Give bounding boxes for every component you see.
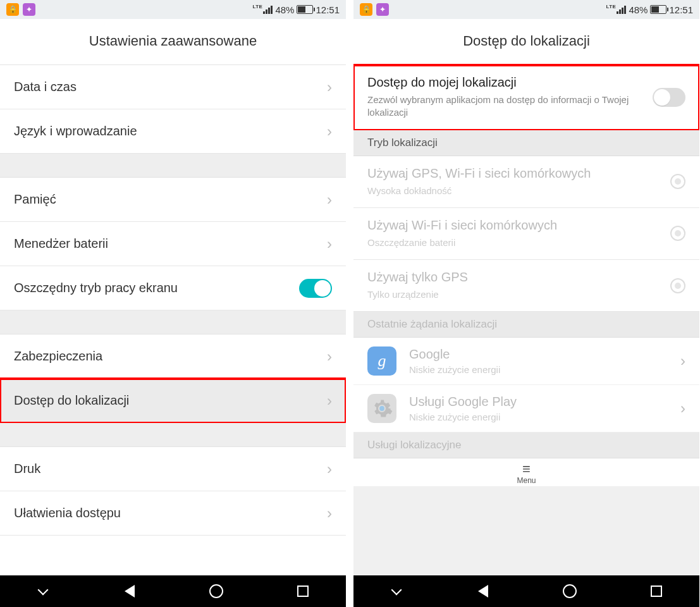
page-title: Dostęp do lokalizacji bbox=[353, 19, 699, 65]
row-battery-manager[interactable]: Menedżer baterii › bbox=[0, 222, 346, 266]
status-icon-app1: 🔒 bbox=[6, 3, 19, 16]
section-gap bbox=[0, 154, 346, 178]
row-location-access[interactable]: Dostęp do lokalizacji › bbox=[0, 379, 346, 423]
row-app-google[interactable]: g Google Niskie zużycie energii › bbox=[353, 338, 699, 385]
status-bar: 🔒 ✦ LTE 48% 12:51 bbox=[0, 0, 346, 19]
clock: 12:51 bbox=[669, 4, 693, 15]
clock: 12:51 bbox=[316, 4, 340, 15]
phone-right: 🔒 ✦ LTE 48% 12:51 Dostęp do lokalizacji … bbox=[353, 0, 699, 607]
hamburger-icon: ≡ bbox=[353, 462, 699, 476]
battery-icon bbox=[650, 5, 666, 14]
row-mode-device-only[interactable]: Używaj tylko GPS Tylko urządzenie bbox=[353, 260, 699, 312]
chevron-right-icon: › bbox=[327, 505, 332, 522]
radio-icon[interactable] bbox=[670, 226, 685, 241]
nav-bar bbox=[0, 575, 346, 607]
svg-point-0 bbox=[379, 406, 384, 411]
row-mode-battery-saving[interactable]: Używaj Wi-Fi i sieci komórkowych Oszczęd… bbox=[353, 208, 699, 260]
chevron-right-icon: › bbox=[327, 123, 332, 140]
menu-label: Menu bbox=[353, 476, 699, 485]
section-gap bbox=[0, 423, 346, 447]
signal-icon bbox=[263, 5, 273, 14]
row-my-location-access[interactable]: Dostęp do mojej lokalizacji Zezwól wybra… bbox=[353, 65, 699, 130]
row-subtitle: Tylko urządzenie bbox=[367, 288, 663, 301]
chevron-right-icon: › bbox=[680, 400, 685, 417]
row-title: Używaj Wi-Fi i sieci komórkowych bbox=[367, 218, 663, 233]
nav-expand-icon[interactable] bbox=[389, 584, 404, 599]
section-recent-requests: Ostatnie żądania lokalizacji bbox=[353, 312, 699, 338]
row-mode-high-accuracy[interactable]: Używaj GPS, Wi-Fi i sieci komórkowych Wy… bbox=[353, 156, 699, 208]
row-accessibility[interactable]: Ułatwienia dostępu › bbox=[0, 491, 346, 536]
row-label: Menedżer baterii bbox=[14, 236, 327, 251]
section-location-services: Usługi lokalizacyjne bbox=[353, 432, 699, 458]
gear-icon bbox=[367, 394, 396, 423]
location-access-toggle[interactable] bbox=[653, 88, 685, 107]
row-label: Data i czas bbox=[14, 80, 327, 94]
status-bar: 🔒 ✦ LTE 48% 12:51 bbox=[353, 0, 699, 19]
nav-home-icon[interactable] bbox=[209, 584, 224, 599]
nav-recent-icon[interactable] bbox=[295, 584, 310, 599]
row-label: Oszczędny tryb pracy ekranu bbox=[14, 281, 299, 295]
row-subtitle: Oszczędzanie baterii bbox=[367, 236, 663, 249]
status-icon-app1: 🔒 bbox=[360, 3, 372, 16]
row-language[interactable]: Język i wprowadzanie › bbox=[0, 109, 346, 154]
row-app-play-services[interactable]: Usługi Google Play Niskie zużycie energi… bbox=[353, 385, 699, 432]
row-security[interactable]: Zabezpieczenia › bbox=[0, 334, 346, 379]
status-icon-app2: ✦ bbox=[376, 3, 389, 16]
row-label: Dostęp do lokalizacji bbox=[14, 393, 327, 408]
row-print[interactable]: Druk › bbox=[0, 447, 346, 491]
app-title: Usługi Google Play bbox=[409, 395, 680, 409]
menu-button[interactable]: ≡ Menu bbox=[353, 458, 699, 486]
row-label: Druk bbox=[14, 462, 327, 476]
row-title: Używaj tylko GPS bbox=[367, 270, 663, 285]
page-title: Ustawienia zaawansowane bbox=[0, 19, 346, 65]
row-label: Zabezpieczenia bbox=[14, 349, 327, 364]
chevron-right-icon: › bbox=[327, 348, 332, 365]
row-subtitle: Zezwól wybranym aplikacjom na dostęp do … bbox=[367, 94, 645, 120]
row-eco-screen[interactable]: Oszczędny tryb pracy ekranu bbox=[0, 266, 346, 310]
app-subtitle: Niskie zużycie energii bbox=[409, 412, 680, 422]
app-subtitle: Niskie zużycie energii bbox=[409, 364, 680, 375]
chevron-right-icon: › bbox=[327, 460, 332, 478]
app-title: Google bbox=[409, 347, 680, 362]
nav-expand-icon[interactable] bbox=[35, 584, 51, 599]
nav-bar bbox=[353, 575, 699, 607]
row-label: Ułatwienia dostępu bbox=[14, 506, 327, 520]
chevron-right-icon: › bbox=[327, 78, 332, 96]
nav-back-icon[interactable] bbox=[476, 584, 491, 599]
battery-icon bbox=[297, 5, 313, 14]
row-label: Język i wprowadzanie bbox=[14, 124, 327, 138]
row-date-time[interactable]: Data i czas › bbox=[0, 65, 346, 109]
nav-back-icon[interactable] bbox=[122, 584, 137, 599]
eco-screen-toggle[interactable] bbox=[299, 279, 332, 298]
radio-icon[interactable] bbox=[670, 174, 685, 189]
chevron-right-icon: › bbox=[327, 235, 332, 253]
status-icon-app2: ✦ bbox=[23, 3, 35, 16]
google-icon: g bbox=[367, 346, 396, 376]
signal-icon bbox=[617, 5, 626, 14]
lte-indicator: LTE bbox=[252, 4, 262, 9]
section-gap bbox=[0, 310, 346, 334]
row-label: Pamięć bbox=[14, 192, 327, 207]
row-title: Dostęp do mojej lokalizacji bbox=[367, 75, 645, 90]
battery-percent: 48% bbox=[629, 4, 648, 15]
row-title: Używaj GPS, Wi-Fi i sieci komórkowych bbox=[367, 166, 663, 181]
chevron-right-icon: › bbox=[680, 352, 685, 370]
radio-icon[interactable] bbox=[670, 278, 685, 293]
nav-home-icon[interactable] bbox=[562, 584, 577, 599]
nav-recent-icon[interactable] bbox=[649, 584, 664, 599]
row-memory[interactable]: Pamięć › bbox=[0, 178, 346, 222]
chevron-right-icon: › bbox=[327, 392, 332, 410]
section-location-mode: Tryb lokalizacji bbox=[353, 130, 699, 156]
row-subtitle: Wysoka dokładność bbox=[367, 185, 663, 197]
chevron-right-icon: › bbox=[327, 191, 332, 209]
battery-percent: 48% bbox=[275, 4, 294, 15]
phone-left: 🔒 ✦ LTE 48% 12:51 Ustawienia zaawansowan… bbox=[0, 0, 346, 607]
lte-indicator: LTE bbox=[606, 4, 616, 9]
